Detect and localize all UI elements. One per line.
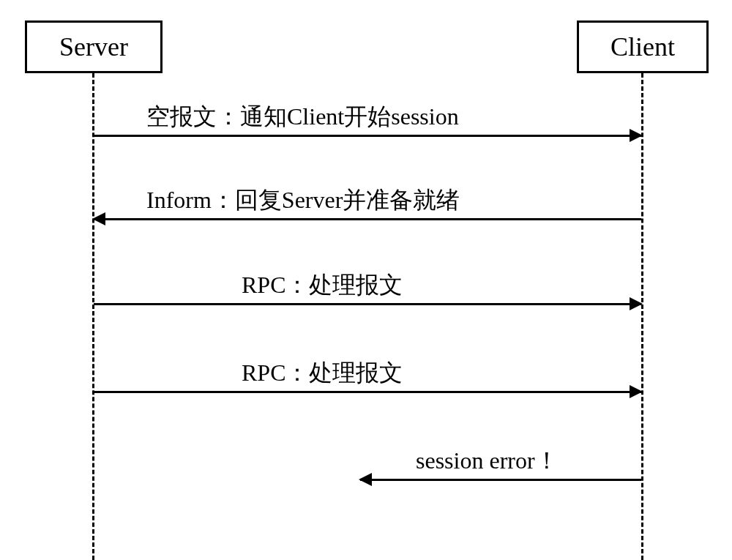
- arrow-left-icon: [360, 479, 641, 481]
- arrow-right-icon: [94, 303, 641, 305]
- message-1-text: 空报文：通知Client开始session: [146, 101, 459, 133]
- message-4-text: RPC：处理报文: [242, 357, 403, 389]
- message-3-text: RPC：处理报文: [242, 269, 403, 302]
- client-participant: Client: [577, 20, 709, 73]
- arrow-right-icon: [94, 391, 641, 393]
- client-lifeline: [641, 73, 643, 560]
- message-5-text: session error！: [416, 445, 559, 477]
- message-2-text: Inform：回复Server并准备就绪: [146, 184, 460, 217]
- server-label: Server: [59, 31, 128, 62]
- client-label: Client: [610, 31, 675, 62]
- arrow-left-icon: [94, 218, 641, 220]
- server-participant: Server: [25, 20, 163, 73]
- arrow-right-icon: [94, 135, 641, 137]
- server-lifeline: [92, 73, 94, 560]
